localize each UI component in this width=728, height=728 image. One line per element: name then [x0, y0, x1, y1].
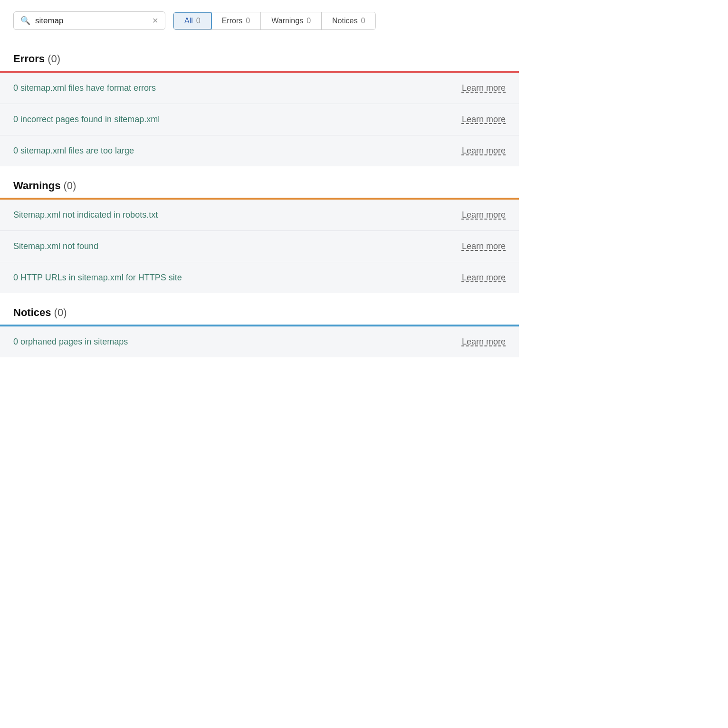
search-icon: 🔍	[20, 16, 30, 26]
tab-notices[interactable]: Notices 0	[322, 12, 375, 29]
list-item: 0 incorrect pages found in sitemap.xml L…	[0, 104, 519, 135]
notices-count: (0)	[54, 307, 67, 318]
warning-item-2-learn-more[interactable]: Learn more	[462, 273, 506, 283]
list-item: 0 sitemap.xml files have format errors L…	[0, 73, 519, 104]
tab-errors-label: Errors	[222, 17, 243, 25]
warnings-title: Warnings	[13, 180, 60, 192]
tab-notices-count: 0	[361, 17, 365, 25]
search-input[interactable]	[35, 16, 147, 26]
list-item: 0 HTTP URLs in sitemap.xml for HTTPS sit…	[0, 262, 519, 293]
tab-all[interactable]: All 0	[173, 12, 212, 30]
warning-item-1-text: Sitemap.xml not found	[13, 241, 450, 251]
warning-item-0-learn-more[interactable]: Learn more	[462, 210, 506, 220]
notice-item-0-learn-more[interactable]: Learn more	[462, 337, 506, 347]
list-item: Sitemap.xml not indicated in robots.txt …	[0, 200, 519, 231]
error-item-0-text: 0 sitemap.xml files have format errors	[13, 83, 450, 93]
errors-title: Errors	[13, 53, 45, 65]
errors-section-header: Errors (0)	[0, 39, 519, 71]
tab-warnings[interactable]: Warnings 0	[261, 12, 322, 29]
errors-count: (0)	[48, 53, 60, 65]
warning-item-1-learn-more[interactable]: Learn more	[462, 241, 506, 251]
notices-title: Notices	[13, 307, 51, 318]
notice-item-0-text: 0 orphaned pages in sitemaps	[13, 337, 450, 347]
warnings-section-header: Warnings (0)	[0, 166, 519, 198]
warning-item-0-text: Sitemap.xml not indicated in robots.txt	[13, 210, 450, 220]
error-item-0-learn-more[interactable]: Learn more	[462, 83, 506, 93]
warning-item-2-text: 0 HTTP URLs in sitemap.xml for HTTPS sit…	[13, 273, 450, 283]
tabs: All 0 Errors 0 Warnings 0 Notices 0	[173, 12, 376, 30]
error-item-1-learn-more[interactable]: Learn more	[462, 115, 506, 125]
errors-section: Errors (0) 0 sitemap.xml files have form…	[0, 39, 519, 166]
tab-warnings-label: Warnings	[271, 17, 303, 25]
tab-notices-label: Notices	[332, 17, 357, 25]
list-item: Sitemap.xml not found Learn more	[0, 231, 519, 262]
clear-icon[interactable]: ✕	[152, 16, 158, 25]
search-box: 🔍 ✕	[13, 11, 165, 30]
error-item-2-learn-more[interactable]: Learn more	[462, 146, 506, 156]
notices-section: Notices (0) 0 orphaned pages in sitemaps…	[0, 293, 519, 357]
warnings-count: (0)	[64, 180, 77, 192]
tab-all-count: 0	[196, 17, 201, 25]
error-item-1-text: 0 incorrect pages found in sitemap.xml	[13, 115, 450, 125]
tab-errors-count: 0	[246, 17, 250, 25]
warnings-section: Warnings (0) Sitemap.xml not indicated i…	[0, 166, 519, 293]
header: 🔍 ✕ All 0 Errors 0 Warnings 0 Notices 0	[0, 0, 519, 39]
tab-warnings-count: 0	[307, 17, 311, 25]
notices-section-header: Notices (0)	[0, 293, 519, 325]
list-item: 0 sitemap.xml files are too large Learn …	[0, 135, 519, 166]
tab-errors[interactable]: Errors 0	[211, 12, 261, 29]
tab-all-label: All	[184, 17, 193, 25]
error-item-2-text: 0 sitemap.xml files are too large	[13, 146, 450, 156]
list-item: 0 orphaned pages in sitemaps Learn more	[0, 326, 519, 357]
